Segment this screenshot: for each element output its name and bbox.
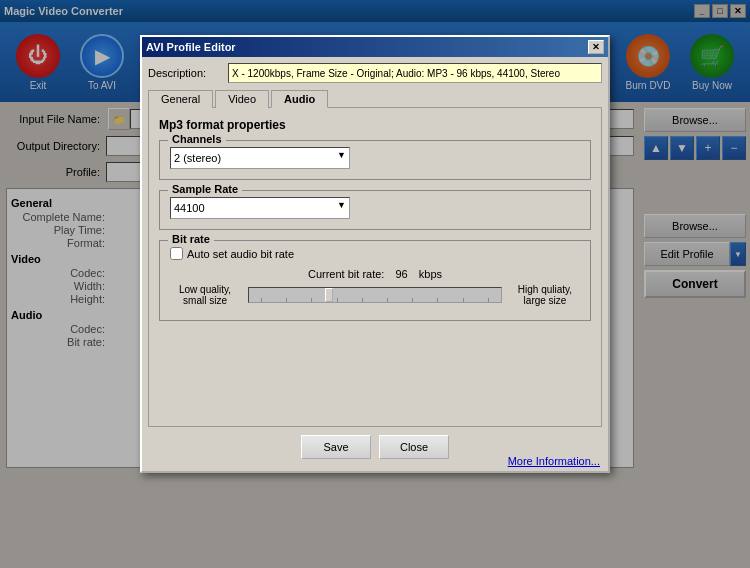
low-quality-label: Low quality, small size: [170, 284, 240, 306]
auto-bitrate-checkbox[interactable]: [170, 247, 183, 260]
tick-8: [437, 298, 438, 302]
tick-2: [286, 298, 287, 302]
slider-tick-marks: [249, 296, 501, 302]
channels-select-wrapper: 1 (mono) 2 (stereo) 5.1 surround: [170, 147, 350, 169]
tab-bar: General Video Audio: [148, 89, 602, 107]
tick-7: [412, 298, 413, 302]
channels-group-legend: Channels: [168, 133, 226, 145]
bitrate-group-legend: Bit rate: [168, 233, 214, 245]
auto-bitrate-label: Auto set audio bit rate: [187, 248, 294, 260]
avi-profile-editor-dialog: AVI Profile Editor ✕ Description: Genera…: [140, 35, 610, 473]
auto-bitrate-row: Auto set audio bit rate: [170, 247, 580, 260]
tab-audio[interactable]: Audio: [271, 90, 328, 108]
tick-4: [337, 298, 338, 302]
tick-5: [362, 298, 363, 302]
app-window: Magic Video Converter _ □ ✕ ⏻ Exit ▶ To …: [0, 0, 750, 568]
current-bitrate-label: Current bit rate:: [308, 268, 384, 280]
tick-1: [261, 298, 262, 302]
modal-overlay: AVI Profile Editor ✕ Description: Genera…: [0, 0, 750, 568]
sample-rate-group-legend: Sample Rate: [168, 183, 242, 195]
description-label: Description:: [148, 67, 228, 79]
audio-section-title: Mp3 format properties: [159, 118, 591, 132]
bitrate-info: Current bit rate: 96 kbps: [170, 268, 580, 280]
bitrate-unit: kbps: [419, 268, 442, 280]
bitrate-slider-row: Low quality, small size: [170, 284, 580, 306]
sample-rate-select-wrapper: 8000 11025 22050 44100 48000: [170, 197, 350, 219]
more-information-link[interactable]: More Information...: [500, 451, 608, 471]
high-quality-label: High quliaty, large size: [510, 284, 580, 306]
description-row: Description:: [148, 63, 602, 83]
tick-9: [463, 298, 464, 302]
bitrate-slider-track[interactable]: [248, 287, 502, 303]
tick-3: [311, 298, 312, 302]
close-button[interactable]: Close: [379, 435, 449, 459]
dialog-title-bar: AVI Profile Editor ✕: [142, 37, 608, 57]
save-button[interactable]: Save: [301, 435, 371, 459]
bitrate-value: 96: [395, 268, 407, 280]
tick-10: [488, 298, 489, 302]
sample-rate-select[interactable]: 8000 11025 22050 44100 48000: [170, 197, 350, 219]
dialog-title: AVI Profile Editor: [146, 41, 588, 53]
channels-select[interactable]: 1 (mono) 2 (stereo) 5.1 surround: [170, 147, 350, 169]
tab-video[interactable]: Video: [215, 90, 269, 108]
sample-rate-group: Sample Rate 8000 11025 22050 44100 48000: [159, 190, 591, 230]
bitrate-group: Bit rate Auto set audio bit rate Current…: [159, 240, 591, 321]
dialog-body: Description: General Video Audio Mp3 for…: [142, 57, 608, 471]
channels-group: Channels 1 (mono) 2 (stereo) 5.1 surroun…: [159, 140, 591, 180]
dialog-close-button[interactable]: ✕: [588, 40, 604, 54]
tab-content-audio: Mp3 format properties Channels 1 (mono) …: [148, 107, 602, 427]
description-input[interactable]: [228, 63, 602, 83]
tab-general[interactable]: General: [148, 90, 213, 108]
tick-6: [387, 298, 388, 302]
